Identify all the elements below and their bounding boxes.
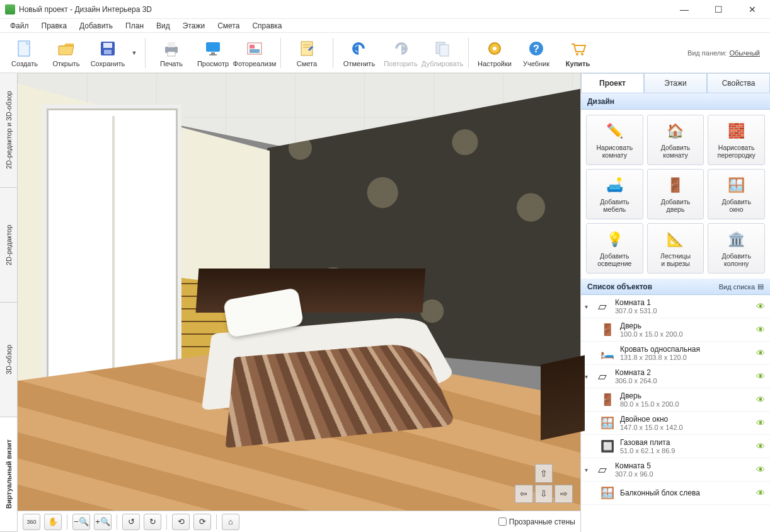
photorealism-button[interactable]: Фотореализм — [235, 35, 274, 71]
transparent-walls-checkbox[interactable]: Прозрачные стены — [498, 518, 575, 526]
orbit-left-button[interactable]: ↺ — [122, 514, 140, 530]
app-icon — [5, 4, 15, 14]
pan-button[interactable]: ✋ — [44, 514, 62, 530]
menu-add[interactable]: Добавить — [73, 20, 119, 32]
svg-rect-6 — [168, 42, 175, 47]
nav-left-button[interactable]: ⇦ — [515, 485, 533, 504]
redo-icon — [391, 38, 411, 59]
tab-project[interactable]: Проект — [581, 73, 644, 93]
vtab-2d-3d[interactable]: 2D-редактор и 3D-обзор — [0, 73, 17, 188]
arrow-left-icon: ⇦ — [520, 489, 527, 499]
object-row[interactable]: 🪟Двойное окно147.0 x 15.0 x 142.0👁 — [581, 412, 770, 435]
menu-plan[interactable]: План — [119, 20, 150, 32]
stove-icon: 🔲 — [599, 437, 616, 455]
visibility-toggle[interactable]: 👁 — [756, 301, 765, 311]
svg-rect-7 — [168, 52, 175, 56]
new-file-icon — [14, 38, 35, 59]
design-btn-7[interactable]: 📐Лестницыи вырезы — [647, 223, 704, 274]
menu-floors[interactable]: Этажи — [176, 20, 211, 32]
window-icon: 🪟 — [599, 484, 616, 502]
print-button[interactable]: Печать — [152, 35, 191, 71]
vtab-virtual-visit[interactable]: Виртуальный визит — [0, 417, 17, 532]
cart-icon — [568, 38, 588, 59]
tab-properties[interactable]: Свойства — [707, 73, 770, 93]
object-row[interactable]: 🔲Газовая плита51.0 x 62.1 x 86.9👁 — [581, 435, 770, 458]
visibility-toggle[interactable]: 👁 — [756, 465, 765, 475]
preview-button[interactable]: Просмотр — [193, 35, 233, 71]
object-row[interactable]: ▾▱Комната 5307.0 x 96.0👁 — [581, 458, 770, 482]
vtab-3d-view[interactable]: 3D-обзор — [0, 303, 17, 417]
save-dropdown[interactable]: ▼ — [130, 35, 139, 71]
object-row[interactable]: 🛏️Кровать односпальная131.8 x 203.8 x 12… — [581, 342, 770, 365]
design-btn-1[interactable]: 🏠Добавитькомнату — [647, 115, 704, 165]
chevron-down-icon: ▾ — [585, 466, 592, 473]
design-btn-6[interactable]: 💡Добавитьосвещение — [586, 223, 643, 274]
menu-help[interactable]: Справка — [246, 20, 288, 32]
svg-rect-9 — [211, 52, 215, 54]
object-row[interactable]: 🚪Дверь80.0 x 15.0 x 200.0👁 — [581, 388, 770, 412]
home-icon: ⌂ — [228, 517, 233, 526]
tilt-up-button[interactable]: ⟲ — [172, 514, 190, 530]
undo-icon — [349, 38, 369, 59]
zoom-out-button[interactable]: −🔍 — [72, 514, 90, 530]
tutorial-button[interactable]: ?Учебник — [517, 35, 556, 71]
buy-button[interactable]: Купить — [558, 35, 597, 71]
minimize-button[interactable]: — — [672, 4, 697, 14]
visibility-toggle[interactable]: 👁 — [756, 418, 765, 428]
viewport-3d[interactable]: ⇧ ⇦ ⇩ ⇨ — [18, 73, 580, 511]
panel-mode-link[interactable]: Обычный — [729, 49, 760, 57]
menu-estimate[interactable]: Смета — [211, 20, 246, 32]
undo-button[interactable]: Отменить — [340, 35, 379, 71]
visibility-toggle[interactable]: 👁 — [756, 371, 765, 381]
door-icon: 🚪 — [599, 391, 616, 408]
create-button[interactable]: Создать — [5, 35, 44, 71]
design-btn-0[interactable]: ✏️Нарисоватькомнату — [586, 115, 643, 165]
door-icon: 🚪 — [599, 321, 616, 338]
design-btn-3[interactable]: 🛋️Добавитьмебель — [586, 169, 643, 219]
menu-edit[interactable]: Правка — [35, 20, 74, 32]
design-icon-2: 🧱 — [727, 121, 747, 141]
visibility-toggle[interactable]: 👁 — [756, 325, 765, 335]
estimate-button[interactable]: Смета — [287, 35, 326, 71]
object-row[interactable]: ▾▱Комната 2306.0 x 264.0👁 — [581, 365, 770, 388]
svg-rect-4 — [104, 50, 112, 54]
menu-file[interactable]: Файл — [4, 20, 35, 32]
view-list-mode[interactable]: Вид списка ▤ — [719, 282, 764, 291]
maximize-button[interactable]: ☐ — [706, 4, 731, 14]
menu-view[interactable]: Вид — [150, 20, 176, 32]
close-button[interactable]: ✕ — [740, 4, 765, 14]
home-view-button[interactable]: ⌂ — [222, 514, 239, 530]
design-btn-5[interactable]: 🪟Добавитьокно — [708, 169, 765, 219]
nav-down-button[interactable]: ⇩ — [535, 485, 553, 504]
design-icon-4: 🚪 — [665, 175, 686, 195]
view-360-button[interactable]: 360 — [23, 514, 40, 530]
visibility-toggle[interactable]: 👁 — [756, 395, 765, 405]
visibility-toggle[interactable]: 👁 — [756, 348, 765, 358]
duplicate-button[interactable]: Дублировать — [423, 35, 462, 71]
nav-up-button[interactable]: ⇧ — [535, 464, 553, 483]
folder-open-icon — [56, 38, 76, 59]
bed-icon: 🛏️ — [599, 344, 616, 362]
window-icon: 🪟 — [599, 414, 616, 432]
settings-button[interactable]: Настройки — [475, 35, 514, 71]
visibility-toggle[interactable]: 👁 — [756, 441, 765, 451]
design-btn-2[interactable]: 🧱Нарисоватьперегородку — [708, 115, 765, 165]
panel-mode: Вид панели: Обычный — [687, 49, 765, 57]
zoom-in-button[interactable]: +🔍 — [94, 514, 112, 530]
zoom-out-icon: −🔍 — [74, 517, 89, 526]
visibility-toggle[interactable]: 👁 — [756, 488, 765, 498]
save-button[interactable]: Сохранить — [88, 35, 127, 71]
object-row[interactable]: 🚪Дверь100.0 x 15.0 x 200.0👁 — [581, 318, 770, 342]
orbit-right-icon: ↻ — [149, 517, 156, 526]
tab-floors[interactable]: Этажи — [644, 73, 707, 93]
orbit-right-button[interactable]: ↻ — [144, 514, 161, 530]
design-btn-8[interactable]: 🏛️Добавитьколонну — [708, 223, 765, 274]
vtab-2d-editor[interactable]: 2D-редактор — [0, 188, 17, 303]
open-button[interactable]: Открыть — [47, 35, 86, 71]
design-btn-4[interactable]: 🚪Добавитьдверь — [647, 169, 704, 219]
nav-right-button[interactable]: ⇨ — [555, 485, 573, 504]
tilt-down-button[interactable]: ⟳ — [193, 514, 211, 530]
object-row[interactable]: ▾▱Комната 1307.0 x 531.0👁 — [581, 295, 770, 318]
object-row[interactable]: 🪟Балконный блок слева👁 — [581, 482, 770, 505]
redo-button[interactable]: Повторить — [381, 35, 420, 71]
